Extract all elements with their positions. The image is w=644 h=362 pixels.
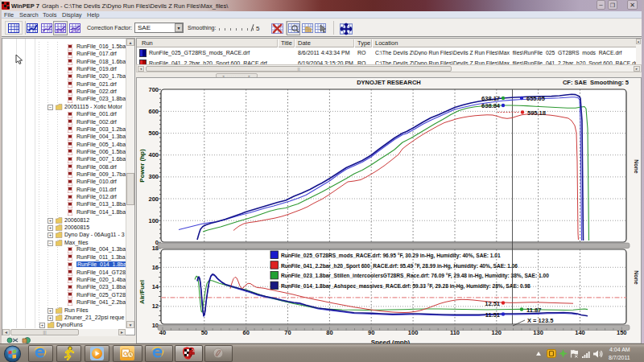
svg-text:80: 80 [326,329,332,336]
svg-text:140: 140 [575,329,585,336]
svg-text:200: 200 [148,195,159,203]
svg-text:400: 400 [148,151,159,158]
svg-text:90: 90 [368,329,374,336]
svg-text:638.84: 638.84 [481,102,501,109]
svg-text:120: 120 [492,329,502,336]
svg-text:150: 150 [617,329,627,336]
svg-text:14: 14 [152,283,159,290]
svg-text:70: 70 [284,329,291,336]
svg-text:100: 100 [408,329,419,336]
svg-text:None: None [634,159,639,174]
svg-text:600: 600 [148,108,159,115]
svg-text:11.51: 11.51 [485,311,500,319]
svg-text:110: 110 [450,329,460,336]
svg-text:RunFile_014_1.8bar_Ashspec_mas: RunFile_014_1.8bar_Ashspec_massives_RACE… [281,283,530,290]
svg-text:16: 16 [152,264,159,271]
svg-text:638.17: 638.17 [481,95,500,102]
svg-text:Power (hp): Power (hp) [138,149,146,183]
svg-text:50: 50 [201,329,208,336]
svg-text:RunFile_041_2.2bar_h20_Sport 6: RunFile_041_2.2bar_h20_Sport 600_RACE.dr… [281,263,518,269]
svg-text:300: 300 [148,173,159,180]
svg-text:12: 12 [152,302,159,310]
svg-text:DYNOJET RESEARCH: DYNOJET RESEARCH [357,79,421,86]
svg-text:500: 500 [148,130,159,137]
svg-text:Air/Fuel: Air/Fuel [138,280,146,304]
svg-text:100: 100 [148,217,159,224]
svg-text:RunFile_025_GT28RS_mods_RACE.d: RunFile_025_GT28RS_mods_RACE.drf: 96.95 … [281,253,501,259]
svg-text:O: O [123,350,128,357]
svg-text:700: 700 [148,86,159,93]
svg-text:X = 123.5: X = 123.5 [527,317,553,324]
svg-text:12.51: 12.51 [485,300,500,307]
svg-text:11.87: 11.87 [526,306,541,314]
svg-text:RunFile_023_1.8bar_Stillen_int: RunFile_023_1.8bar_Stillen_intercoolersG… [281,273,549,279]
svg-text:40: 40 [159,329,166,336]
svg-text:60: 60 [243,329,250,336]
svg-text:130: 130 [533,329,543,336]
svg-text:655.05: 655.05 [526,95,545,102]
svg-text:CF: SAE Smoothing: 5: CF: SAE Smoothing: 5 [563,79,629,86]
svg-text:None: None [634,270,639,285]
svg-text:595.18: 595.18 [527,109,546,117]
